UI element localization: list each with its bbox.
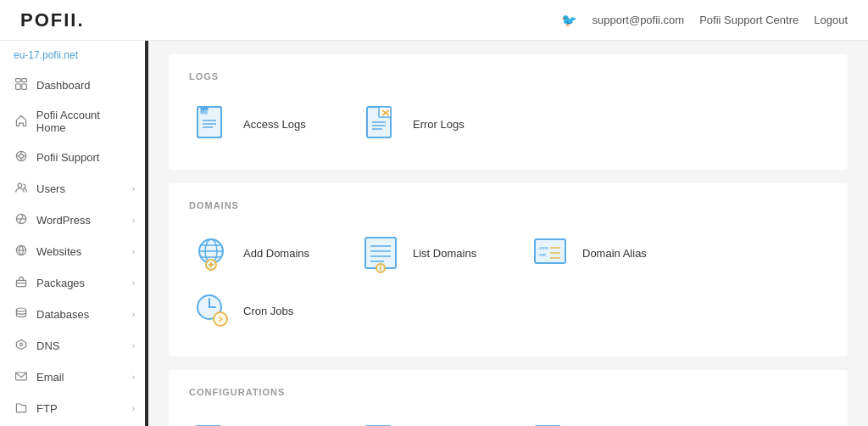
domain-alias-item[interactable]: .com .net Domain Alias xyxy=(528,224,698,282)
svg-point-15 xyxy=(16,308,25,311)
dashboard-icon xyxy=(14,77,29,93)
domains-grid: Add Domains xyxy=(189,224,827,339)
domain-alias-icon: .com .net xyxy=(528,231,572,275)
list-domains-icon xyxy=(359,231,403,275)
layout: eu-17.pofii.net Dashboard Pofii Account … xyxy=(0,41,868,426)
svg-rect-1 xyxy=(22,79,27,82)
add-domains-icon xyxy=(189,231,233,275)
sidebar-item-wordpress[interactable]: WordPress › xyxy=(0,205,145,236)
websites-chevron: › xyxy=(132,247,135,256)
configurations-section: CONFIGURATIONS vHost Apache xyxy=(169,370,848,426)
home-icon xyxy=(14,114,29,130)
wordpress-chevron: › xyxy=(132,216,135,225)
svg-rect-2 xyxy=(16,84,21,89)
rewrite-rules-item[interactable]: Rewrite Rules xyxy=(528,411,698,426)
add-domains-label: Add Domains xyxy=(243,247,309,260)
header: POFII. 🐦 support@pofii.com Pofii Support… xyxy=(0,0,868,41)
logs-section: LOGS LOG Acce xyxy=(169,54,848,170)
dns-chevron: › xyxy=(132,341,135,350)
wordpress-label: WordPress xyxy=(36,214,91,227)
databases-chevron: › xyxy=(132,310,135,319)
access-logs-icon: LOG xyxy=(189,102,233,146)
sidebar-item-pofii-support[interactable]: Pofii Support xyxy=(0,142,145,173)
users-icon xyxy=(14,181,29,197)
access-logs-label: Access Logs xyxy=(243,118,306,131)
rewrite-rules-icon xyxy=(528,418,572,426)
databases-icon xyxy=(14,306,29,322)
sidebar-item-dns[interactable]: DNS › xyxy=(0,330,145,362)
svg-point-10 xyxy=(18,183,22,188)
svg-text:LOG: LOG xyxy=(202,109,211,115)
logs-grid: LOG Access Logs xyxy=(189,95,827,153)
svg-rect-0 xyxy=(16,79,21,82)
list-domains-item[interactable]: List Domains xyxy=(359,224,528,282)
email-chevron: › xyxy=(132,373,135,382)
logo: POFII. xyxy=(20,9,85,31)
sidebar: eu-17.pofii.net Dashboard Pofii Account … xyxy=(0,41,148,426)
apache-manager-item[interactable]: vHost Apache Manager xyxy=(189,411,359,426)
logout-link[interactable]: Logout xyxy=(814,14,848,26)
vhost-conf-item[interactable]: vHost vHost Conf xyxy=(359,411,528,426)
email-label: Email xyxy=(36,371,64,384)
packages-chevron: › xyxy=(132,278,135,288)
packages-icon xyxy=(14,275,29,291)
sidebar-server[interactable]: eu-17.pofii.net xyxy=(0,41,145,70)
configurations-title: CONFIGURATIONS xyxy=(189,387,827,397)
dns-icon xyxy=(14,338,29,354)
svg-rect-47 xyxy=(535,239,565,263)
svg-text:.com: .com xyxy=(538,245,548,250)
apache-manager-icon: vHost xyxy=(189,418,233,426)
svg-point-5 xyxy=(19,154,24,159)
dashboard-label: Dashboard xyxy=(36,79,91,92)
users-label: Users xyxy=(36,182,65,195)
error-logs-icon xyxy=(359,102,403,146)
logs-title: LOGS xyxy=(189,71,827,81)
sidebar-item-ftp[interactable]: FTP › xyxy=(0,393,145,424)
list-domains-label: List Domains xyxy=(413,247,476,260)
ftp-chevron: › xyxy=(132,404,135,413)
cron-jobs-label: Cron Jobs xyxy=(243,305,293,317)
access-logs-item[interactable]: LOG Access Logs xyxy=(189,95,359,153)
domains-title: DOMAINS xyxy=(189,200,827,210)
support-email-link[interactable]: support@pofii.com xyxy=(593,14,685,26)
configurations-grid: vHost Apache Manager vHost xyxy=(189,411,827,426)
sidebar-item-packages[interactable]: Packages › xyxy=(0,267,145,299)
pofii-support-label: Pofii Support xyxy=(36,151,99,164)
websites-icon xyxy=(14,244,29,260)
pofii-account-home-label: Pofii Account Home xyxy=(36,109,131,134)
databases-label: Databases xyxy=(36,308,89,321)
header-links: 🐦 support@pofii.com Pofii Support Centre… xyxy=(561,13,848,28)
svg-rect-3 xyxy=(22,84,27,89)
dns-label: DNS xyxy=(36,339,59,352)
error-logs-label: Error Logs xyxy=(413,118,465,131)
svg-text:.net: .net xyxy=(538,252,546,257)
ftp-icon xyxy=(14,401,29,417)
svg-point-54 xyxy=(214,312,227,326)
support-icon xyxy=(14,149,29,165)
domains-section: DOMAINS xyxy=(169,183,848,356)
email-icon xyxy=(14,369,29,385)
cron-jobs-icon xyxy=(189,289,233,333)
svg-point-16 xyxy=(19,343,22,345)
error-logs-item[interactable]: Error Logs xyxy=(359,95,528,153)
wordpress-icon xyxy=(14,212,29,228)
packages-label: Packages xyxy=(36,277,85,289)
vhost-conf-icon: vHost xyxy=(359,418,403,426)
cron-jobs-item[interactable]: Cron Jobs xyxy=(189,282,359,339)
ftp-label: FTP xyxy=(36,402,58,415)
users-chevron: › xyxy=(132,184,135,193)
main-content: LOGS LOG Acce xyxy=(148,41,868,426)
support-centre-link[interactable]: Pofii Support Centre xyxy=(699,14,798,26)
sidebar-item-websites[interactable]: Websites › xyxy=(0,236,145,267)
domain-alias-label: Domain Alias xyxy=(582,247,647,260)
twitter-icon: 🐦 xyxy=(561,13,577,28)
sidebar-item-databases[interactable]: Databases › xyxy=(0,299,145,330)
sidebar-item-dashboard[interactable]: Dashboard xyxy=(0,70,145,101)
sidebar-item-pofii-account-home[interactable]: Pofii Account Home xyxy=(0,101,145,142)
sidebar-item-email[interactable]: Email › xyxy=(0,362,145,393)
websites-label: Websites xyxy=(36,245,81,258)
sidebar-item-users[interactable]: Users › xyxy=(0,173,145,205)
add-domains-item[interactable]: Add Domains xyxy=(189,224,359,282)
